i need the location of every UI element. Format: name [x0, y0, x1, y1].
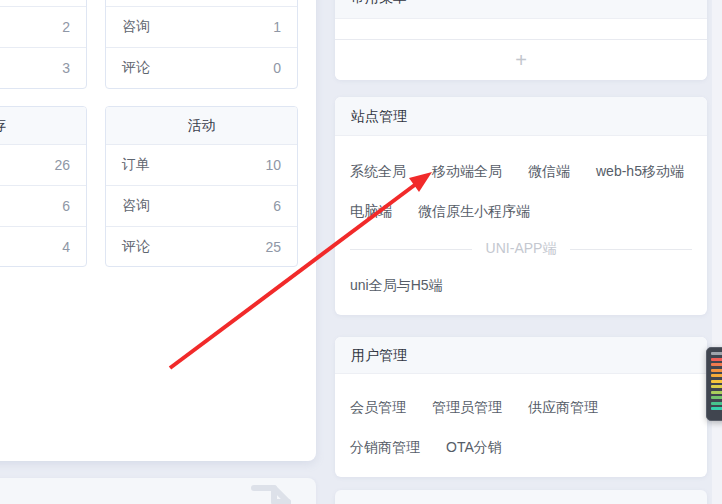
stat-value: 10 [265, 157, 281, 173]
menu-link[interactable]: 移动端全局 [432, 163, 502, 181]
stat-value: 6 [62, 198, 70, 214]
stat-value: 26 [54, 157, 70, 173]
stat-label: 评论 [122, 238, 150, 256]
stat-label: 订单 [122, 156, 150, 174]
widget-stripe [711, 352, 722, 355]
stat-row: 4 [0, 227, 86, 267]
stat-label: 评论 [122, 59, 150, 77]
document-icon [240, 482, 298, 504]
stat-value: 6 [273, 198, 281, 214]
site-links-row-2: 电脑端微信原生小程序端 [350, 192, 692, 232]
stat-value: 2 [62, 19, 70, 35]
widget-stripe [711, 380, 722, 383]
stat-value: 0 [273, 60, 281, 76]
site-management-card: 站点管理 系统全局移动端全局微信端web-h5移动端 电脑端微信原生小程序端 U… [335, 97, 707, 315]
stat-label: 咨询 [122, 18, 150, 36]
stat-value: 25 [265, 239, 281, 255]
menu-link[interactable]: web-h5移动端 [596, 163, 684, 181]
divider-label: UNI-APP端 [472, 240, 571, 258]
stat-row: 6 [0, 186, 86, 227]
stat-row [106, 0, 297, 7]
stat-card-activity: 活动 订单10咨询6评论25 [105, 106, 298, 267]
stat-value: 3 [62, 60, 70, 76]
widget-stripe [711, 358, 722, 361]
user-management-card: 用户管理 会员管理管理员管理供应商管理 分销商管理OTA分销 [335, 337, 707, 477]
stat-row: 3 [0, 48, 86, 88]
bottom-left-card-header [0, 478, 316, 504]
user-management-header: 用户管理 [335, 337, 707, 374]
bottom-right-card-header [335, 490, 707, 504]
widget-stripe [711, 363, 722, 366]
stat-row: 评论0 [106, 48, 297, 88]
uni-app-divider: UNI-APP端 [350, 232, 692, 266]
widget-stripe [711, 391, 722, 394]
dashboard-screen: 23 咨询1评论0 存 2664 活动 订单10咨询6评论25 常用菜单 + 站… [0, 0, 722, 504]
scrollbar-track[interactable] [712, 0, 722, 504]
menu-link[interactable]: uni全局与H5端 [350, 277, 443, 295]
site-links-row-3: uni全局与H5端 [350, 266, 692, 306]
stat-card-header: 存 [0, 107, 86, 145]
site-management-header: 站点管理 [335, 97, 707, 136]
stat-row: 2 [0, 7, 86, 48]
common-menu-card: 常用菜单 + [335, 0, 707, 80]
stat-row: 咨询1 [106, 7, 297, 48]
stat-value: 1 [273, 19, 281, 35]
stat-row: 26 [0, 145, 86, 186]
user-links-row-1: 会员管理管理员管理供应商管理 [350, 388, 692, 428]
site-links-row-1: 系统全局移动端全局微信端web-h5移动端 [350, 152, 692, 192]
plus-icon: + [515, 49, 527, 72]
menu-link[interactable]: 系统全局 [350, 163, 406, 181]
menu-link[interactable]: 电脑端 [350, 203, 392, 221]
menu-link[interactable]: 管理员管理 [432, 399, 502, 417]
menu-link[interactable]: 供应商管理 [528, 399, 598, 417]
stat-row: 评论25 [106, 227, 297, 267]
user-links-row-2: 分销商管理OTA分销 [350, 428, 692, 468]
stat-card-header: 活动 [106, 107, 297, 145]
widget-stripe [711, 402, 722, 405]
menu-link[interactable]: 微信原生小程序端 [418, 203, 530, 221]
stat-value: 4 [62, 239, 70, 255]
menu-link[interactable]: 微信端 [528, 163, 570, 181]
common-menu-empty-row [335, 19, 707, 40]
add-menu-button[interactable]: + [335, 40, 707, 80]
stat-card-inventory: 存 2664 [0, 106, 87, 267]
divider-line [350, 249, 472, 250]
floating-color-widget[interactable] [706, 347, 722, 421]
stat-card-consult-comment: 咨询1评论0 [105, 0, 298, 89]
widget-stripe [711, 407, 722, 410]
widget-stripe [711, 369, 722, 372]
menu-link[interactable]: OTA分销 [446, 439, 502, 457]
divider-line [570, 249, 692, 250]
stat-card-partial-left: 23 [0, 0, 87, 89]
stat-row [0, 0, 86, 7]
stat-row: 订单10 [106, 145, 297, 186]
stat-row: 咨询6 [106, 186, 297, 227]
stat-label: 咨询 [122, 197, 150, 215]
menu-link[interactable]: 会员管理 [350, 399, 406, 417]
widget-stripe [711, 396, 722, 399]
widget-stripe [711, 374, 722, 377]
common-menu-header: 常用菜单 [335, 0, 707, 19]
widget-stripe [711, 385, 722, 388]
menu-link[interactable]: 分销商管理 [350, 439, 420, 457]
